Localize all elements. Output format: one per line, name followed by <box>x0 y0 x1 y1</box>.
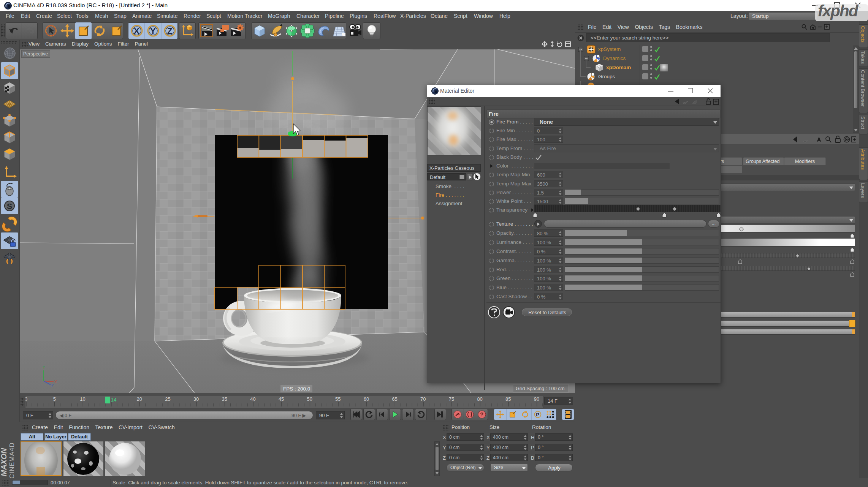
svg-text:S: S <box>7 202 12 210</box>
svg-text:35: 35 <box>222 396 227 402</box>
svg-text:85: 85 <box>505 396 511 402</box>
svg-text:Y: Y <box>150 26 156 36</box>
svg-text:75: 75 <box>449 396 454 402</box>
svg-text:65: 65 <box>392 396 397 402</box>
svg-text:20: 20 <box>137 396 142 402</box>
svg-text:30: 30 <box>193 396 199 402</box>
svg-text:60: 60 <box>364 396 369 402</box>
svg-text:P: P <box>536 412 539 417</box>
svg-text:?: ? <box>480 411 484 417</box>
svg-text:X: X <box>134 26 139 36</box>
svg-text:25: 25 <box>165 396 170 402</box>
svg-text:90: 90 <box>534 396 539 402</box>
svg-text:40: 40 <box>250 396 255 402</box>
svg-text:FPS : 200.0: FPS : 200.0 <box>283 386 310 392</box>
svg-text:80: 80 <box>477 396 482 402</box>
svg-text:5: 5 <box>53 396 56 402</box>
svg-text:X: X <box>54 380 57 384</box>
svg-text:Y: Y <box>43 365 45 370</box>
svg-text:45: 45 <box>279 396 284 402</box>
svg-text:0: 0 <box>25 396 27 402</box>
svg-text:Z: Z <box>51 384 54 388</box>
svg-text:50: 50 <box>307 396 312 402</box>
svg-text:70: 70 <box>420 396 426 402</box>
svg-text:10: 10 <box>80 396 85 402</box>
svg-text:Grid Spacing : 100 cm: Grid Spacing : 100 cm <box>516 386 565 391</box>
svg-text:Z: Z <box>167 26 172 36</box>
svg-text:55: 55 <box>335 396 341 402</box>
